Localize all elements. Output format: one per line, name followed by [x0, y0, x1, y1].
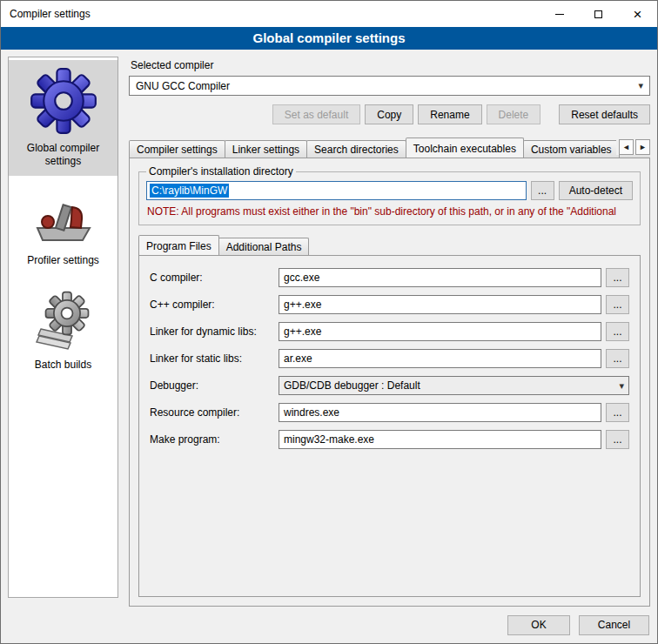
- static-linker-label: Linker for static libs:: [150, 352, 279, 365]
- minimize-button[interactable]: [540, 1, 579, 27]
- static-linker-row: Linker for static libs: ar.exe ...: [150, 349, 629, 368]
- selected-compiler-value: GNU GCC Compiler: [136, 80, 230, 92]
- program-files-panel: C compiler: gcc.exe ... C++ compiler: g+…: [138, 255, 641, 597]
- selected-compiler-dropdown[interactable]: GNU GCC Compiler ▾: [129, 76, 650, 96]
- tab-scroll-arrows: ◄ ►: [616, 139, 650, 155]
- c-compiler-input[interactable]: gcc.exe: [279, 268, 601, 287]
- tab-program-files[interactable]: Program Files: [138, 235, 219, 255]
- main-panel: Selected compiler GNU GCC Compiler ▾ Set…: [129, 57, 650, 607]
- auto-detect-button[interactable]: Auto-detect: [559, 181, 633, 200]
- c-compiler-label: C compiler:: [150, 272, 279, 284]
- cpp-compiler-input[interactable]: g++.exe: [279, 295, 601, 314]
- close-icon: ×: [634, 7, 642, 22]
- sidebar-item-batch-builds[interactable]: Batch builds: [9, 282, 118, 379]
- resource-compiler-row: Resource compiler: windres.exe ...: [150, 403, 629, 422]
- cpp-compiler-label: C++ compiler:: [150, 299, 279, 311]
- ok-button[interactable]: OK: [507, 615, 570, 635]
- make-program-label: Make program:: [150, 433, 279, 446]
- debugger-dropdown[interactable]: GDB/CDB debugger : Default ▾: [279, 376, 629, 395]
- profiler-plane-icon: [10, 190, 116, 247]
- dynamic-linker-label: Linker for dynamic libs:: [150, 325, 279, 338]
- debugger-value: GDB/CDB debugger : Default: [284, 379, 420, 392]
- debugger-row: Debugger: GDB/CDB debugger : Default ▾: [150, 376, 629, 395]
- sidebar-item-label: Profiler settings: [10, 254, 116, 267]
- titlebar: Compiler settings ×: [1, 1, 657, 27]
- minimize-icon: [555, 14, 564, 15]
- tab-scroll-left-button[interactable]: ◄: [619, 139, 634, 155]
- c-compiler-browse-button[interactable]: ...: [606, 268, 629, 287]
- sidebar: Global compiler settings Profiler settin…: [8, 57, 118, 598]
- c-compiler-row: C compiler: gcc.exe ...: [150, 268, 629, 287]
- delete-button[interactable]: Delete: [487, 104, 541, 124]
- static-linker-input[interactable]: ar.exe: [279, 349, 601, 368]
- note-text: NOTE: All programs must exist either in …: [147, 205, 632, 218]
- reset-defaults-button[interactable]: Reset defaults: [559, 104, 650, 124]
- chevron-down-icon: ▾: [638, 80, 643, 91]
- installation-directory-groupbox: Compiler's installation directory C:\ray…: [138, 165, 641, 225]
- close-button[interactable]: ×: [618, 1, 657, 27]
- cpp-compiler-row: C++ compiler: g++.exe ...: [150, 295, 629, 314]
- selected-compiler-label: Selected compiler: [131, 59, 650, 71]
- rename-button[interactable]: Rename: [418, 104, 481, 124]
- chevron-down-icon: ▾: [619, 380, 624, 392]
- installation-directory-input[interactable]: C:\raylib\MinGW: [146, 181, 527, 200]
- static-linker-browse-button[interactable]: ...: [606, 349, 629, 368]
- gear-icon: [10, 67, 116, 135]
- batch-builds-icon: [10, 289, 116, 352]
- dialog-content: Global compiler settings Profiler settin…: [1, 50, 657, 607]
- browse-installation-directory-button[interactable]: ...: [531, 181, 554, 200]
- installation-directory-row: C:\raylib\MinGW ... Auto-detect: [146, 181, 633, 200]
- dynamic-linker-input[interactable]: g++.exe: [279, 322, 601, 341]
- maximize-icon: [594, 10, 602, 18]
- copy-button[interactable]: Copy: [365, 104, 413, 124]
- resource-compiler-label: Resource compiler:: [150, 406, 279, 419]
- settings-tabstrip: Compiler settings Linker settings Search…: [129, 136, 650, 158]
- dialog-footer: OK Cancel: [1, 607, 657, 643]
- tab-search-directories[interactable]: Search directories: [306, 140, 406, 158]
- compiler-settings-window: Compiler settings × Global compiler sett…: [0, 0, 658, 644]
- debugger-label: Debugger:: [150, 379, 279, 392]
- make-program-input[interactable]: mingw32-make.exe: [279, 430, 601, 449]
- make-program-row: Make program: mingw32-make.exe ...: [150, 430, 629, 449]
- tab-custom-variables[interactable]: Custom variables: [523, 140, 620, 158]
- tab-toolchain-executables[interactable]: Toolchain executables: [406, 138, 524, 158]
- toolchain-executables-panel: Compiler's installation directory C:\ray…: [129, 158, 650, 607]
- installation-directory-title: Compiler's installation directory: [146, 165, 296, 178]
- tab-linker-settings[interactable]: Linker settings: [225, 140, 307, 158]
- sidebar-item-label: Batch builds: [10, 359, 116, 372]
- sidebar-item-label: Global compiler settings: [10, 142, 116, 168]
- tab-additional-paths[interactable]: Additional Paths: [218, 238, 310, 255]
- sidebar-item-global-compiler-settings[interactable]: Global compiler settings: [9, 60, 118, 176]
- dynamic-linker-browse-button[interactable]: ...: [606, 322, 629, 341]
- programs-tabstrip: Program Files Additional Paths: [138, 233, 641, 255]
- sidebar-item-profiler-settings[interactable]: Profiler settings: [9, 183, 118, 275]
- tab-scroll-right-button[interactable]: ►: [635, 139, 650, 155]
- resource-compiler-browse-button[interactable]: ...: [606, 403, 629, 422]
- compiler-buttons-row: Set as default Copy Rename Delete Reset …: [129, 104, 650, 124]
- make-program-browse-button[interactable]: ...: [606, 430, 629, 449]
- page-title: Global compiler settings: [1, 27, 657, 50]
- maximize-button[interactable]: [579, 1, 618, 27]
- cancel-button[interactable]: Cancel: [579, 615, 649, 635]
- window-title: Compiler settings: [1, 1, 540, 27]
- resource-compiler-input[interactable]: windres.exe: [279, 403, 601, 422]
- installation-directory-value: C:\raylib\MinGW: [150, 184, 229, 198]
- tab-compiler-settings[interactable]: Compiler settings: [129, 140, 225, 158]
- dynamic-linker-row: Linker for dynamic libs: g++.exe ...: [150, 322, 629, 341]
- cpp-compiler-browse-button[interactable]: ...: [606, 295, 629, 314]
- set-as-default-button[interactable]: Set as default: [272, 104, 360, 124]
